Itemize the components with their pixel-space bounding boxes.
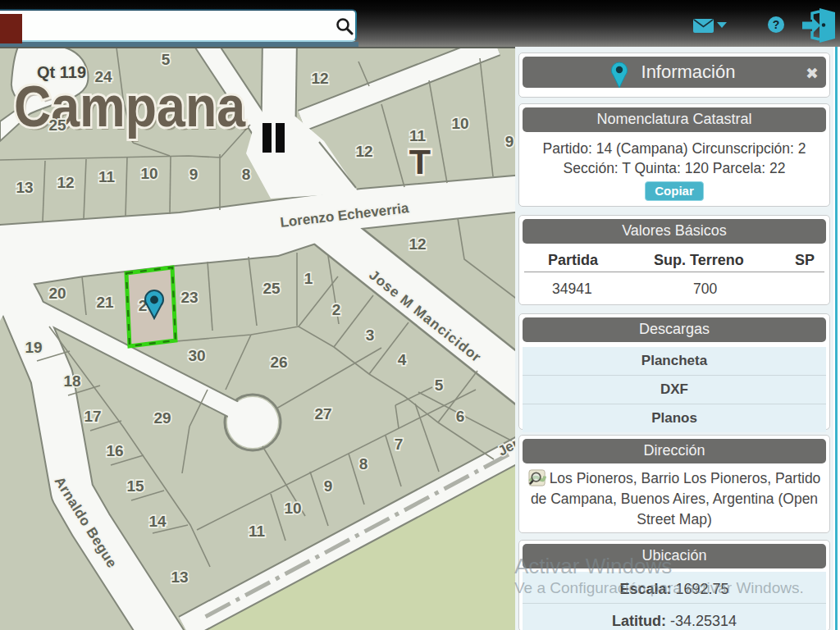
svg-text:8: 8 <box>242 166 251 183</box>
svg-text:11: 11 <box>249 523 266 540</box>
svg-text:10: 10 <box>140 165 158 182</box>
svg-text:13: 13 <box>171 568 188 586</box>
svg-text:5: 5 <box>162 51 171 68</box>
svg-text:26: 26 <box>270 354 287 371</box>
svg-text:25: 25 <box>48 116 66 134</box>
svg-text:T: T <box>409 142 431 181</box>
svg-text:9: 9 <box>189 166 199 183</box>
svg-text:10: 10 <box>451 115 468 132</box>
svg-text:27: 27 <box>314 405 331 422</box>
svg-text:12: 12 <box>57 174 74 191</box>
svg-text:13: 13 <box>16 179 33 196</box>
svg-text:12: 12 <box>355 143 372 160</box>
svg-text:6: 6 <box>456 408 465 425</box>
svg-text:15: 15 <box>126 477 144 495</box>
svg-text:10: 10 <box>284 500 301 517</box>
svg-text:23: 23 <box>180 289 198 306</box>
svg-text:?: ? <box>773 18 780 31</box>
svg-text:29: 29 <box>153 409 171 427</box>
svg-text:20: 20 <box>48 285 66 302</box>
svg-text:25: 25 <box>262 280 281 297</box>
svg-text:1: 1 <box>304 270 313 287</box>
svg-text:11: 11 <box>98 168 116 185</box>
svg-text:2: 2 <box>332 301 341 318</box>
svg-text:4: 4 <box>398 351 407 368</box>
svg-text:3: 3 <box>366 326 375 344</box>
svg-text:18: 18 <box>63 372 80 390</box>
svg-text:17: 17 <box>84 408 101 425</box>
svg-text:8: 8 <box>359 455 368 472</box>
svg-text:30: 30 <box>188 347 205 364</box>
svg-text:7: 7 <box>395 436 404 453</box>
svg-text:12: 12 <box>409 235 426 253</box>
svg-text:5: 5 <box>435 377 444 394</box>
svg-text:16: 16 <box>106 442 123 459</box>
svg-text:9: 9 <box>505 133 514 150</box>
svg-text:14: 14 <box>148 513 167 530</box>
svg-text:9: 9 <box>324 477 333 495</box>
svg-text:12: 12 <box>311 70 328 87</box>
svg-text:21: 21 <box>96 294 114 311</box>
svg-text:19: 19 <box>25 339 42 356</box>
